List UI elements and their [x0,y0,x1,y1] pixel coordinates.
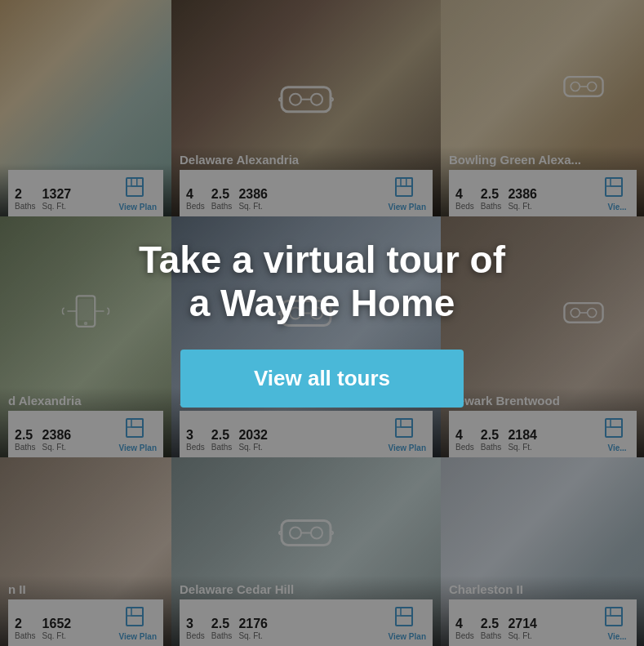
floor-plan-icon [604,175,630,201]
view-plan-cedar-hill[interactable]: View Plan [388,604,426,641]
view-plan-bot-left[interactable]: View Plan [118,604,157,641]
vr-icon-delaware [278,74,335,123]
home-name-delaware-alex: Delaware Alexandria [180,153,433,170]
view-plan-newark[interactable]: Vie... [604,416,630,452]
floor-plan-icon [125,416,151,442]
view-plan-text[interactable]: View Plan [118,443,157,452]
stat-sqft-ml: 2386 Sq. Ft. [42,428,72,452]
stat-baths-auburn: 2.5 Baths [211,428,233,452]
floor-plan-icon [394,604,420,630]
svg-point-46 [311,528,322,539]
floor-plan-icon [125,604,151,630]
card-label-delaware-alex: Delaware Alexandria 4 Beds 2.5 Baths 238… [171,146,441,216]
card-label-top-left: 2 Baths 1327 Sq. Ft. View Plan [0,163,171,216]
svg-point-13 [571,82,580,91]
stat-sqft-charleston: 2714 Sq. Ft. [508,617,537,641]
card-label-bowling-green: Bowling Green Alexa... 4 Beds 2.5 Baths … [441,146,644,216]
card-label-charleston: Charleston II 4 Beds 2.5 Baths 2714 Sq. … [441,576,644,646]
view-plan-text[interactable]: Vie... [607,443,626,452]
card-label-bot-left: n II 2 Baths 1652 Sq. Ft. View Plan [0,576,171,646]
floor-plan-icon [604,604,630,630]
home-grid: 2 Baths 1327 Sq. Ft. View Plan [0,0,644,646]
view-plan-text[interactable]: View Plan [388,443,426,452]
stat-baths-newark: 2.5 Baths [481,428,502,452]
stat-beds: 4 Beds [186,187,205,212]
stats-row-newark: 4 Beds 2.5 Baths 2184 Sq. Ft. [449,411,637,457]
view-plan-delaware-alex[interactable]: View Plan [388,175,426,212]
stat-sqft-cedar: 2176 Sq. Ft. [238,617,268,641]
stat-beds-cedar: 3 Beds [186,617,205,641]
svg-rect-11 [406,178,407,186]
view-plan-top-left[interactable]: View Plan [118,175,157,212]
vr-icon-auburn [278,289,335,337]
svg-point-45 [290,528,301,539]
sqft-value: 1327 [42,187,72,202]
svg-point-14 [588,82,597,91]
card-label-newark: Newark Brentwood 4 Beds 2.5 Baths 2184 S… [441,387,644,457]
view-plan-mid-left[interactable]: View Plan [118,416,157,452]
view-plan-text[interactable]: View Plan [388,632,426,641]
stat-sqft-bg: 2386 Sq. Ft. [508,187,537,212]
floor-plan-icon [604,416,630,442]
svg-point-35 [571,308,580,317]
view-plan-auburn[interactable]: View Plan [388,416,426,452]
svg-point-21 [84,322,88,326]
card-label-mid-left: d Alexandria 2.5 Baths 2386 Sq. Ft. V [0,387,171,457]
vr-icon-mid-left [61,291,110,335]
card-label-cedar-hill: Delaware Cedar Hill 3 Beds 2.5 Baths 217… [171,576,441,646]
home-name-bowling-green: Bowling Green Alexa... [449,153,637,170]
grid-cell-charleston: Charleston II 4 Beds 2.5 Baths 2714 Sq. … [441,457,644,646]
svg-point-28 [290,308,301,319]
svg-rect-24 [127,419,143,437]
view-plan-text[interactable]: Vie... [607,632,626,641]
baths-value: 2 [15,187,22,202]
svg-point-5 [290,93,301,105]
grid-cell-top-left: 2 Baths 1327 Sq. Ft. View Plan [0,0,171,216]
svg-rect-31 [396,419,412,437]
stat-beds-charleston: 4 Beds [455,617,474,641]
view-plan-bowling-green[interactable]: Vie... [604,175,630,212]
grid-cell-bowling-green: Bowling Green Alexa... 4 Beds 2.5 Baths … [441,0,644,216]
grid-cell-cedar-hill: Delaware Cedar Hill 3 Beds 2.5 Baths 217… [171,457,441,646]
stats-row-mid-left: 2.5 Baths 2386 Sq. Ft. View Plan [8,411,163,457]
stats-row-top-left: 2 Baths 1327 Sq. Ft. View Plan [8,170,163,216]
view-plan-charleston[interactable]: Vie... [604,604,630,641]
grid-cell-newark: Newark Brentwood 4 Beds 2.5 Baths 2184 S… [441,216,644,457]
svg-rect-42 [131,608,143,616]
floor-plan-icon [125,175,151,201]
view-plan-text[interactable]: View Plan [118,632,157,641]
svg-rect-49 [401,608,412,616]
grid-cell-auburn: Auburn II 3 Beds 2.5 Baths 2032 Sq. Ft. [171,216,441,457]
stat-baths-charleston: 2.5 Baths [481,617,502,641]
stat-beds-auburn: 3 Beds [186,428,205,452]
stat-beds-newark: 4 Beds [455,428,474,452]
stat-sqft-top-left: 1327 Sq. Ft. [42,187,72,212]
svg-rect-51 [606,608,622,626]
stats-row-bowling-green: 4 Beds 2.5 Baths 2386 Sq. Ft. [449,170,637,216]
stats-row-cedar-hill: 3 Beds 2.5 Baths 2176 Sq. Ft. [180,599,433,646]
baths-label: Baths [15,202,36,212]
vr-icon-newark [562,293,606,333]
stat-sqft: 2386 Sq. Ft. [238,187,268,212]
stat-beds-bg: 4 Beds [455,187,474,212]
floor-plan-icon [394,175,420,201]
svg-rect-20 [78,299,93,320]
grid-cell-delaware-alex: Delaware Alexandria 4 Beds 2.5 Baths 238… [171,0,441,216]
stats-row-delaware-alex: 4 Beds 2.5 Baths 2386 Sq. Ft. [180,170,433,216]
svg-point-6 [311,93,322,105]
sqft-label: Sq. Ft. [42,202,66,212]
view-plan-text[interactable]: Vie... [607,203,626,212]
vr-icon-bowling [562,67,606,107]
svg-rect-0 [127,178,143,196]
svg-rect-41 [127,608,143,626]
home-name-mid-left: d Alexandria [8,394,163,411]
stat-sqft-newark: 2184 Sq. Ft. [508,428,537,452]
svg-point-36 [588,308,597,317]
view-plan-text[interactable]: View Plan [118,203,157,212]
view-tours-button[interactable]: View all tours [180,350,464,408]
stat-baths-cedar: 2.5 Baths [211,617,233,641]
stat-baths-bl: 2 Baths [15,617,36,641]
home-name-cedar-hill: Delaware Cedar Hill [180,582,433,599]
svg-rect-38 [606,419,622,437]
view-plan-text[interactable]: View Plan [388,203,426,212]
